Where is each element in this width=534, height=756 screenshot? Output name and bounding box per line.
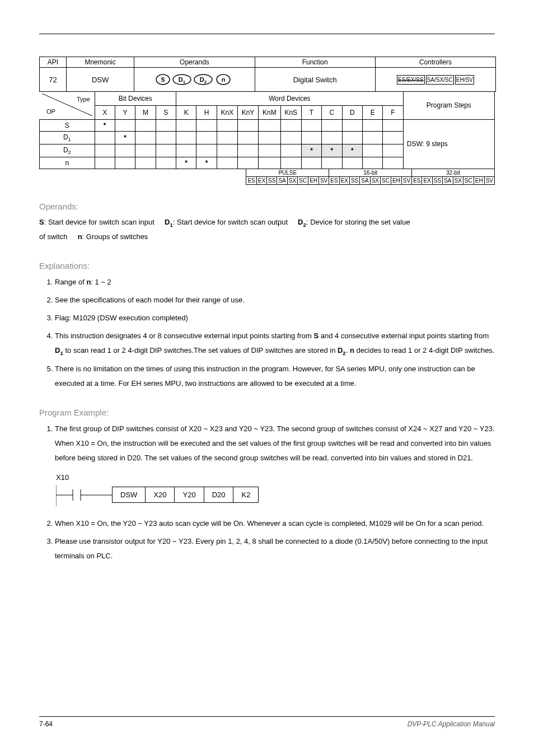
operands-graphic: S D1 D2 n	[134, 68, 254, 91]
pb-cell: SV	[401, 177, 411, 185]
col-header: F	[383, 105, 403, 119]
operands-paragraph: S: Start device for switch scan input D1…	[39, 216, 495, 244]
col-header: KnM	[259, 105, 281, 119]
row-label-n: n	[40, 157, 95, 169]
pb-cell: EX	[422, 177, 432, 185]
pulse-bits-table: PULSE 16-bit 32-bit ESEXSSSASXSCEHSVESEX…	[246, 169, 495, 185]
grid-cell: *	[196, 157, 217, 169]
example-item: When X10 = On, the Y20 ~ Y23 auto scan c…	[55, 516, 495, 531]
exp-item: Flag: M1029 (DSW execution completed)	[55, 311, 495, 325]
mnemonic-header: Mnemonic	[67, 57, 134, 68]
pb-cell: SS	[349, 177, 359, 185]
pb-cell: SV	[484, 177, 494, 185]
pb-cell: ES	[329, 177, 339, 185]
pb-cell: SA	[277, 177, 287, 185]
row-label-d1: D1	[40, 131, 95, 144]
ladder-contact-icon	[56, 483, 112, 506]
pb-cell: SS	[432, 177, 442, 185]
ladder-cell: D20	[204, 487, 234, 502]
example-item: Please use transistor output for Y20 ~ Y…	[55, 534, 495, 563]
explanations-title: Explanations:	[39, 261, 495, 270]
pb-cell: ES	[412, 177, 422, 185]
row-label-s: S	[40, 119, 95, 131]
svg-text:D1: D1	[179, 76, 186, 85]
ladder-diagram: X10 DSW X20 Y20 D20 K2	[56, 473, 495, 506]
steps-text: DSW: 9 steps	[403, 119, 494, 169]
function-header: Function	[255, 57, 375, 68]
operands-header: Operands	[134, 57, 254, 68]
pb-cell: SV	[318, 177, 329, 185]
pb-cell: SX	[287, 177, 297, 185]
col-header: X	[95, 105, 115, 119]
op-d1: D1	[165, 218, 173, 226]
op-s: S	[39, 218, 44, 226]
type-op-diagonal: Type OP	[42, 94, 92, 116]
example-list: The first group of DIP switches consist …	[39, 422, 495, 465]
pb-header: 16-bit	[329, 169, 412, 177]
col-header: K	[176, 105, 196, 119]
col-header: C	[322, 105, 342, 119]
grid-cell: *	[176, 157, 196, 169]
pb-cell: EX	[256, 177, 266, 185]
exp-item: Range of n: 1 ~ 2	[55, 275, 495, 290]
col-header: Y	[115, 105, 135, 119]
pb-cell: EH	[308, 177, 319, 185]
pb-cell: SS	[267, 177, 277, 185]
grid-cell: *	[322, 144, 342, 157]
exp-item: See the specifications of each model for…	[55, 293, 495, 307]
pb-cell: SX	[453, 177, 463, 185]
grid-cell: *	[95, 119, 115, 131]
function-value: Digital Switch	[255, 68, 375, 91]
pb-cell: ES	[246, 177, 256, 185]
program-example-title: Program Example:	[39, 408, 495, 417]
ladder-cell: DSW	[113, 487, 146, 502]
col-header: D	[342, 105, 362, 119]
page-number: 7-64	[39, 720, 53, 728]
page-footer: 7-64 DVP-PLC Application Manual	[39, 716, 495, 728]
svg-text:D2: D2	[200, 76, 207, 85]
ladder-cell: K2	[233, 487, 258, 502]
pb-cell: EH	[391, 177, 401, 185]
operands-title: Operands:	[39, 202, 495, 211]
col-header: H	[196, 105, 217, 119]
ladder-contact-label: X10	[56, 473, 259, 482]
col-header: KnS	[280, 105, 301, 119]
col-header: E	[362, 105, 382, 119]
col-header: T	[301, 105, 321, 119]
svg-text:Type: Type	[77, 96, 90, 102]
grid-cell: *	[115, 131, 135, 144]
api-header: API	[40, 57, 66, 68]
controllers-header: Controllers	[376, 57, 495, 68]
grid-cell: *	[342, 144, 362, 157]
api-number: 72	[40, 68, 66, 91]
exp-item: This instruction designates 4 or 8 conse…	[55, 329, 495, 358]
ladder-cell: Y20	[175, 487, 204, 502]
op-d2: D2	[298, 218, 306, 226]
bit-devices-header: Bit Devices	[95, 92, 176, 106]
footer-right: DVP-PLC Application Manual	[407, 720, 495, 728]
program-steps-header: Program Steps	[403, 92, 494, 120]
svg-text:S: S	[161, 76, 165, 83]
controller-box: ES/EX/SS	[397, 75, 425, 85]
ladder-instruction-box: DSW X20 Y20 D20 K2	[112, 487, 259, 503]
pb-header: PULSE	[246, 169, 329, 177]
pb-cell: SX	[370, 177, 380, 185]
svg-text:OP: OP	[46, 108, 55, 115]
controller-box: SA/SX/SC	[426, 75, 454, 85]
pb-cell: SC	[380, 177, 391, 185]
col-header: KnX	[217, 105, 237, 119]
controller-box: EH/SV	[455, 75, 474, 85]
mnemonic-value: DSW	[67, 68, 134, 91]
pb-cell: SC	[298, 177, 308, 185]
pb-cell: EX	[339, 177, 349, 185]
controllers-row: ES/EX/SS SA/SX/SC EH/SV	[397, 75, 474, 85]
col-header: KnY	[237, 105, 258, 119]
explanations-list: Range of n: 1 ~ 2 See the specifications…	[39, 275, 495, 391]
example-item: The first group of DIP switches consist …	[55, 422, 495, 465]
exp-item: There is no limitation on the times of u…	[55, 362, 495, 391]
op-n: n	[78, 232, 82, 241]
col-header: M	[135, 105, 156, 119]
pb-cell: EH	[474, 177, 484, 185]
col-header: S	[156, 105, 176, 119]
word-devices-header: Word Devices	[176, 92, 404, 106]
